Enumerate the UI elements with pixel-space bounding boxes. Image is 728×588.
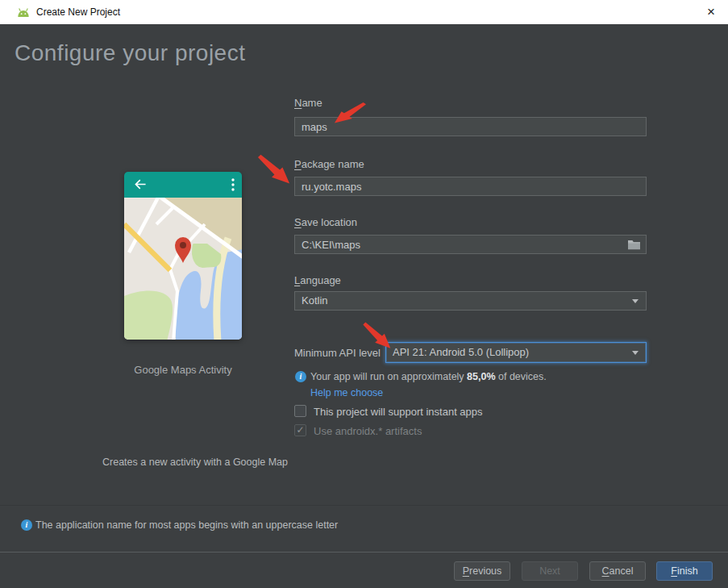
back-arrow-icon bbox=[133, 178, 147, 194]
language-select[interactable]: Kotlin bbox=[294, 291, 647, 311]
min-api-label: Minimum API level bbox=[294, 347, 381, 359]
button-bar-divider bbox=[0, 552, 728, 553]
instant-apps-checkbox[interactable] bbox=[294, 405, 306, 417]
map-preview-image bbox=[124, 198, 242, 340]
info-icon: i bbox=[21, 519, 32, 531]
window-title: Create New Project bbox=[36, 6, 120, 18]
android-logo-icon bbox=[15, 6, 31, 22]
info-icon: i bbox=[295, 371, 306, 382]
api-level-note: Your app will run on approximately 85,0%… bbox=[310, 371, 547, 382]
window-titlebar: Create New Project × bbox=[0, 0, 728, 24]
close-icon[interactable]: × bbox=[701, 2, 722, 23]
chevron-down-icon bbox=[632, 351, 639, 355]
template-name-label: Google Maps Activity bbox=[124, 364, 242, 376]
annotation-arrow-package bbox=[254, 152, 291, 186]
status-message: The application name for most apps begin… bbox=[35, 519, 338, 531]
folder-browse-icon[interactable] bbox=[627, 239, 641, 250]
cancel-button[interactable]: Cancel bbox=[589, 561, 646, 581]
chevron-down-icon bbox=[632, 299, 639, 303]
next-button: Next bbox=[522, 561, 578, 581]
save-location-field bbox=[294, 235, 647, 254]
create-new-project-dialog: Create New Project × Configure your proj… bbox=[0, 0, 728, 588]
device-percentage: 85,0% bbox=[467, 371, 495, 382]
save-location-label: Save location bbox=[294, 216, 357, 228]
instant-apps-checkbox-label[interactable]: This project will support instant apps bbox=[314, 406, 483, 418]
language-label: Language bbox=[294, 274, 341, 286]
language-selected-value: Kotlin bbox=[302, 294, 328, 307]
help-me-choose-link[interactable]: Help me choose bbox=[310, 387, 383, 398]
status-divider bbox=[0, 505, 728, 506]
overflow-menu-icon bbox=[231, 178, 235, 194]
name-label: Name bbox=[294, 97, 322, 109]
androidx-checkbox-label: Use androidx.* artifacts bbox=[314, 425, 422, 437]
save-location-input[interactable] bbox=[294, 235, 647, 254]
page-title: Configure your project bbox=[15, 40, 245, 66]
preview-appbar bbox=[124, 172, 242, 198]
finish-button[interactable]: Finish bbox=[656, 561, 713, 581]
package-name-input[interactable] bbox=[294, 177, 647, 196]
package-name-label: Package name bbox=[294, 158, 364, 170]
min-api-select[interactable]: API 21: Android 5.0 (Lollipop) bbox=[385, 342, 647, 363]
template-description: Creates a new activity with a Google Map bbox=[74, 457, 316, 468]
previous-button[interactable]: Previous bbox=[454, 561, 510, 581]
min-api-selected-value: API 21: Android 5.0 (Lollipop) bbox=[393, 346, 529, 358]
template-preview bbox=[124, 172, 242, 340]
androidx-checkbox: ✓ bbox=[294, 424, 306, 436]
name-input[interactable] bbox=[294, 117, 647, 136]
